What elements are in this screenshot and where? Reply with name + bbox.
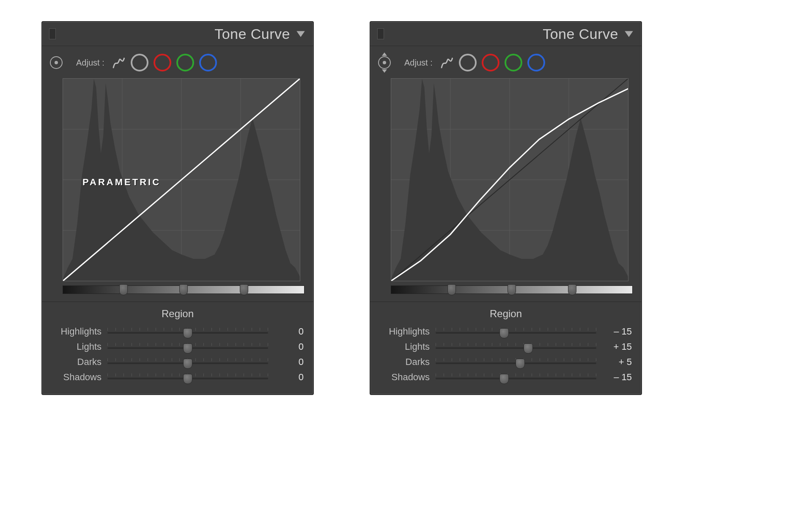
targeted-adjustment-tool[interactable] — [50, 56, 63, 69]
panel-title: Tone Curve — [384, 26, 623, 42]
slider-value: 0 — [274, 326, 304, 337]
region-split-slider[interactable] — [391, 285, 633, 294]
slider-value: 0 — [274, 341, 304, 352]
region-split-thumb[interactable] — [179, 284, 188, 295]
region-split-thumb[interactable] — [119, 284, 128, 295]
slider-label: Shadows — [52, 372, 102, 383]
slider-label: Highlights — [380, 326, 430, 337]
callout-label: PARAMETRIC — [82, 177, 161, 188]
blue-channel-icon[interactable] — [527, 54, 545, 71]
slider-track[interactable] — [436, 357, 596, 368]
slider-value: + 15 — [602, 341, 632, 352]
adjust-label: Adjust : — [404, 58, 433, 68]
region-heading: Region — [52, 308, 304, 320]
tone-curve-panel: Tone Curve Adjust : — [41, 21, 314, 395]
region-heading: Region — [380, 308, 632, 320]
slider-thumb[interactable] — [516, 359, 525, 369]
slider-value: 0 — [274, 372, 304, 383]
panel-header: Tone Curve — [42, 22, 313, 46]
slider-label: Lights — [52, 341, 102, 352]
panel-header: Tone Curve — [370, 22, 641, 46]
slider-label: Darks — [52, 357, 102, 368]
red-channel-icon[interactable] — [154, 54, 171, 71]
region-split-thumb[interactable] — [447, 284, 456, 295]
slider-track[interactable] — [107, 357, 268, 368]
collapse-toggle-icon[interactable] — [623, 28, 634, 39]
region-split-thumb[interactable] — [240, 284, 248, 295]
slider-label: Highlights — [52, 326, 102, 337]
tone-curve-graph[interactable]: PARAMETRIC — [63, 78, 300, 281]
slider-track[interactable] — [436, 326, 596, 337]
slider-label: Lights — [380, 341, 430, 352]
tone-curve-graph[interactable] — [391, 78, 628, 281]
region-split-slider[interactable] — [63, 285, 304, 294]
panel-grip-icon[interactable] — [49, 28, 56, 39]
blue-channel-icon[interactable] — [199, 54, 217, 71]
panel-title: Tone Curve — [56, 26, 295, 42]
slider-label: Darks — [380, 357, 430, 368]
slider-track[interactable] — [107, 326, 268, 337]
collapse-toggle-icon[interactable] — [295, 28, 306, 39]
slider-thumb[interactable] — [183, 359, 192, 369]
parametric-channel-icon[interactable] — [111, 55, 126, 70]
green-channel-icon[interactable] — [505, 54, 522, 71]
slider-value: – 15 — [602, 326, 632, 337]
slider-thumb[interactable] — [499, 374, 509, 384]
slider-track[interactable] — [436, 372, 596, 383]
slider-thumb[interactable] — [183, 343, 192, 354]
slider-track[interactable] — [107, 372, 268, 383]
slider-track[interactable] — [436, 341, 596, 352]
slider-thumb[interactable] — [499, 328, 509, 338]
rgb-channel-icon[interactable] — [131, 54, 148, 71]
rgb-channel-icon[interactable] — [459, 54, 477, 71]
slider-value: 0 — [274, 357, 304, 368]
adjust-label: Adjust : — [76, 58, 104, 68]
slider-value: – 15 — [602, 372, 632, 383]
green-channel-icon[interactable] — [176, 54, 194, 71]
slider-value: + 5 — [602, 357, 632, 368]
region-split-thumb[interactable] — [568, 284, 576, 295]
slider-thumb[interactable] — [183, 374, 192, 384]
svg-marker-8 — [625, 31, 633, 37]
red-channel-icon[interactable] — [482, 54, 499, 71]
tone-curve-panel: Tone Curve Adjust : — [370, 21, 642, 395]
slider-label: Shadows — [380, 372, 430, 383]
region-split-thumb[interactable] — [508, 284, 516, 295]
targeted-adjustment-tool[interactable] — [378, 56, 391, 69]
slider-thumb[interactable] — [183, 328, 192, 338]
panel-grip-icon[interactable] — [377, 28, 384, 39]
slider-thumb[interactable] — [524, 343, 533, 354]
svg-marker-0 — [296, 31, 305, 37]
slider-track[interactable] — [107, 341, 268, 352]
parametric-channel-icon[interactable] — [439, 55, 454, 70]
